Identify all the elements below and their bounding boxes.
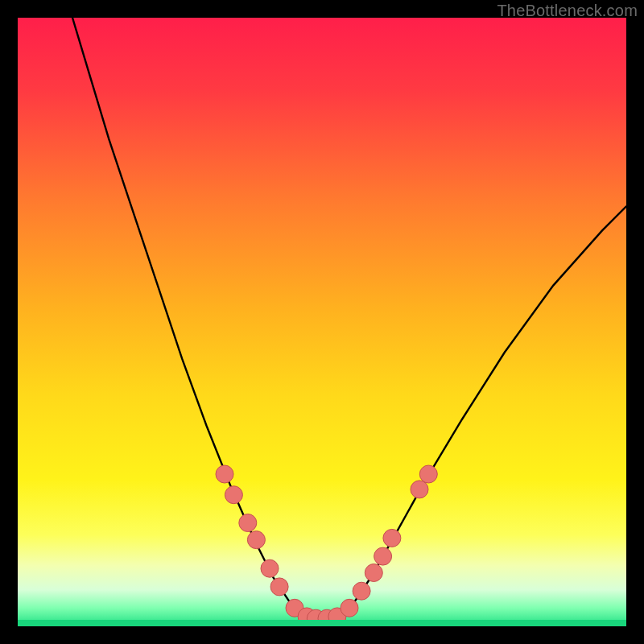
green-strip [18, 620, 626, 626]
marker-dot [353, 582, 370, 600]
marker-dot [411, 481, 428, 498]
marker-dot [365, 564, 382, 582]
chart-plot [18, 18, 626, 626]
marker-dot [216, 465, 233, 483]
marker-dot [261, 559, 279, 577]
marker-dot [239, 514, 257, 532]
marker-dot [270, 578, 288, 596]
chart-svg [18, 18, 626, 626]
marker-dot [383, 529, 401, 547]
marker-dot [341, 599, 358, 617]
marker-dot [374, 547, 392, 565]
chart-frame: TheBottleneck.com [0, 0, 644, 644]
gradient-bg [18, 18, 626, 626]
marker-dot [419, 465, 437, 483]
marker-dot [225, 486, 242, 504]
marker-dot [247, 531, 265, 549]
